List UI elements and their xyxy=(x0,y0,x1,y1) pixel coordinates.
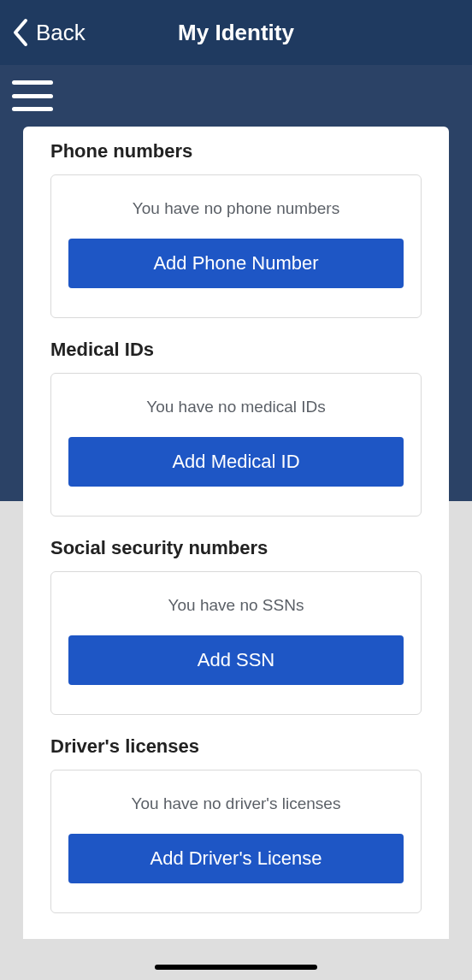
add-drivers-license-button[interactable]: Add Driver's License xyxy=(68,834,404,883)
empty-text-license: You have no driver's licenses xyxy=(68,794,404,813)
section-medical-ids: Medical IDs You have no medical IDs Add … xyxy=(50,339,422,517)
section-box-phone: You have no phone numbers Add Phone Numb… xyxy=(50,174,422,318)
add-ssn-button[interactable]: Add SSN xyxy=(68,635,404,685)
empty-text-medical: You have no medical IDs xyxy=(68,398,404,416)
chevron-left-icon xyxy=(10,17,31,48)
subheader xyxy=(0,65,472,127)
add-phone-number-button[interactable]: Add Phone Number xyxy=(68,239,404,288)
section-title-ssn: Social security numbers xyxy=(50,537,422,559)
empty-text-phone: You have no phone numbers xyxy=(68,199,404,218)
section-ssn: Social security numbers You have no SSNs… xyxy=(50,537,422,715)
back-label: Back xyxy=(36,20,86,46)
section-phone-numbers: Phone numbers You have no phone numbers … xyxy=(50,140,422,318)
section-title-license: Driver's licenses xyxy=(50,735,422,758)
back-button[interactable]: Back xyxy=(0,17,86,48)
section-box-license: You have no driver's licenses Add Driver… xyxy=(50,770,422,913)
empty-text-ssn: You have no SSNs xyxy=(68,596,404,615)
home-indicator[interactable] xyxy=(155,965,317,970)
section-box-ssn: You have no SSNs Add SSN xyxy=(50,571,422,715)
section-title-phone: Phone numbers xyxy=(50,140,422,162)
content-card: Phone numbers You have no phone numbers … xyxy=(23,127,449,939)
section-drivers-license: Driver's licenses You have no driver's l… xyxy=(50,735,422,913)
navbar: Back My Identity xyxy=(0,0,472,65)
add-medical-id-button[interactable]: Add Medical ID xyxy=(68,437,404,487)
section-title-medical: Medical IDs xyxy=(50,339,422,361)
section-box-medical: You have no medical IDs Add Medical ID xyxy=(50,373,422,517)
menu-icon[interactable] xyxy=(12,79,53,113)
